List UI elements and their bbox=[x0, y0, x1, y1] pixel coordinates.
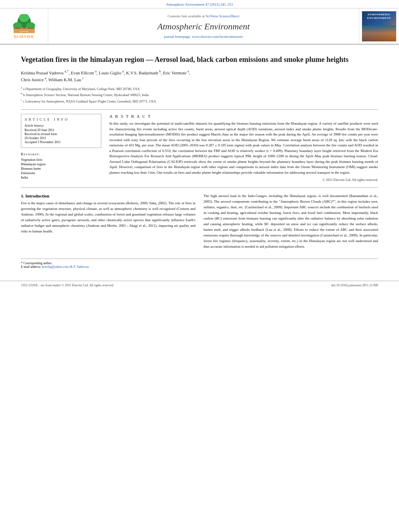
keyword-5: India bbox=[21, 175, 101, 179]
abstract-text: In this study, we investigate the potent… bbox=[109, 121, 378, 175]
ae-logo-section: ATMOSPHERIC ENVIRONMENT bbox=[359, 8, 399, 44]
sciverse-link[interactable]: SciVerse ScienceDirect bbox=[206, 14, 239, 18]
ae-logo-text: ATMOSPHERIC ENVIRONMENT bbox=[367, 13, 391, 20]
affiliation-2: b b Atmospheric Science Section, Nationa… bbox=[21, 92, 378, 98]
footnote-corresponding: * Corresponding author. bbox=[21, 261, 378, 265]
contents-line: Contents lists available at SciVerse Sci… bbox=[168, 14, 240, 18]
elsevier-logo-section: ELSEVIER ELSEVIER bbox=[0, 8, 48, 44]
right-column: A B S T R A C T In this study, we invest… bbox=[109, 114, 378, 182]
svg-text:ELSEVIER: ELSEVIER bbox=[20, 31, 29, 33]
accepted-date: Accepted 3 November 2011 bbox=[25, 140, 98, 144]
elsevier-text: ELSEVIER bbox=[14, 35, 33, 39]
ae-logo: ATMOSPHERIC ENVIRONMENT bbox=[362, 11, 396, 41]
copyright: © 2011 Elsevier Ltd. All rights reserved… bbox=[109, 178, 378, 182]
keyword-3: Biomass burnt bbox=[21, 166, 101, 170]
intro-right-col: The high aerosol load in the Indo-Ganges… bbox=[204, 193, 378, 252]
footer-doi: doi:10.1016/j.atmosenv.2011.11.009 bbox=[331, 283, 378, 287]
affiliation-1: a a Department of Geography, University … bbox=[21, 86, 378, 92]
intro-left-col: 1. Introduction Fire is the major cause … bbox=[21, 193, 195, 252]
journal-name-header: Atmospheric Environment bbox=[157, 21, 250, 32]
introduction-section: 1. Introduction Fire is the major cause … bbox=[21, 193, 378, 252]
keyword-1: Vegetation fires bbox=[21, 158, 101, 162]
section-divider bbox=[21, 187, 378, 188]
author-chris: Chris Justice a, William K.M. Lau c bbox=[21, 77, 84, 82]
received-revised-label: Received in revised form bbox=[25, 132, 98, 136]
journal-homepage: journal homepage: www.elsevier.com/locat… bbox=[164, 35, 243, 39]
affiliations: a a Department of Geography, University … bbox=[21, 86, 378, 104]
article-info-box: A R T I C L E I N F O Article history: R… bbox=[21, 114, 101, 148]
article-info-title: A R T I C L E I N F O bbox=[25, 117, 98, 121]
svg-rect-6 bbox=[13, 28, 35, 29]
article-info-abstract: A R T I C L E I N F O Article history: R… bbox=[21, 109, 378, 182]
header: ELSEVIER ELSEVIER Contents lists availab… bbox=[0, 8, 399, 45]
main-content: Vegetation fires in the himalayan region… bbox=[0, 45, 399, 277]
author-krishna: Krishna Prasad Vadrevu a,*, Evan Ellicot… bbox=[21, 70, 190, 75]
keywords-section: Keywords: Vegetation fires Himalayan reg… bbox=[21, 152, 101, 179]
journal-bar: Atmospheric Environment 47 (2012) 241–25… bbox=[0, 0, 399, 8]
section-heading-intro: 1. Introduction bbox=[21, 193, 195, 198]
left-column: A R T I C L E I N F O Article history: R… bbox=[21, 114, 101, 182]
footer-issn: 1352-2310/$ – see front matter © 2011 El… bbox=[21, 283, 114, 287]
header-center: Contents lists available at SciVerse Sci… bbox=[48, 8, 359, 44]
abstract-section: A B S T R A C T In this study, we invest… bbox=[109, 114, 378, 182]
keyword-2: Himalayan region bbox=[21, 162, 101, 166]
intro-right-text: The high aerosol load in the Indo-Ganges… bbox=[204, 193, 378, 249]
footer-bar: 1352-2310/$ – see front matter © 2011 El… bbox=[0, 281, 399, 290]
keyword-4: Emissions bbox=[21, 171, 101, 175]
intro-left-text: Fire is the major cause of disturbance a… bbox=[21, 201, 195, 234]
keywords-title: Keywords: bbox=[21, 152, 101, 156]
ae-logo-image bbox=[362, 25, 396, 41]
authors: Krishna Prasad Vadrevu a,*, Evan Ellicot… bbox=[21, 69, 378, 83]
received-date: Received 20 June 2011 bbox=[25, 128, 98, 132]
footnote-email-value[interactable]: krisvkp@yahoo.com (K.P. Vadrevu). bbox=[42, 265, 89, 269]
abstract-title: A B S T R A C T bbox=[109, 114, 378, 119]
journal-citation: Atmospheric Environment 47 (2012) 241–25… bbox=[166, 2, 233, 6]
footnote-section: * Corresponding author. E-mail address: … bbox=[21, 259, 378, 269]
history-label: Article history: bbox=[25, 124, 98, 127]
elsevier-logo: ELSEVIER ELSEVIER bbox=[12, 14, 36, 39]
page: Atmospheric Environment 47 (2012) 241–25… bbox=[0, 0, 399, 532]
footnote-email: E-mail address: krisvkp@yahoo.com (K.P. … bbox=[21, 265, 378, 269]
received-revised-date: 26 October 2011 bbox=[25, 136, 98, 140]
article-title: Vegetation fires in the himalayan region… bbox=[21, 55, 378, 64]
affiliation-3: c c Laboratory for Atmospheres, NASA God… bbox=[21, 98, 378, 104]
elsevier-tree-icon: ELSEVIER bbox=[12, 14, 36, 34]
